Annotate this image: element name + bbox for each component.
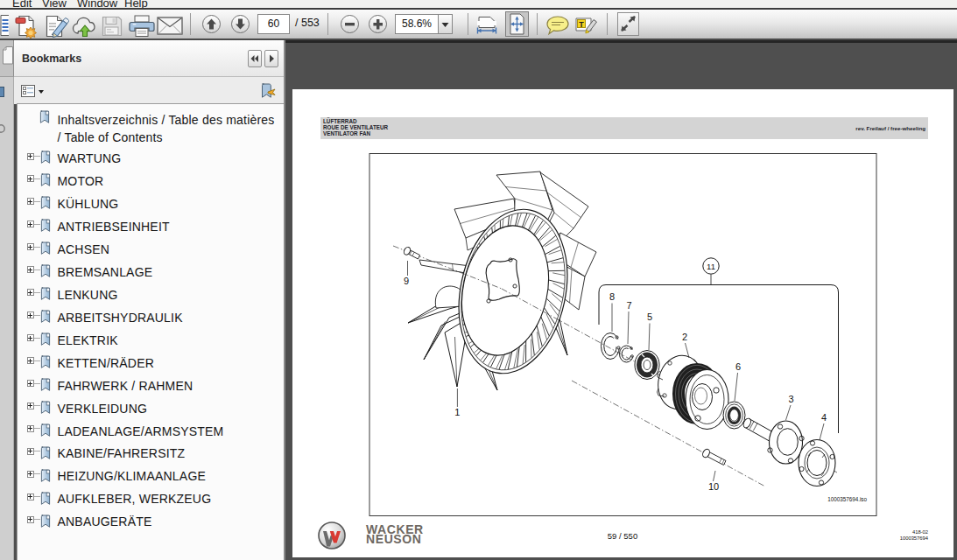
svg-text:11: 11 <box>707 262 715 271</box>
svg-text:10: 10 <box>708 481 719 492</box>
svg-text:1: 1 <box>454 407 460 417</box>
svg-text:5: 5 <box>647 312 652 322</box>
svg-text:T: T <box>579 20 584 29</box>
svg-text:8: 8 <box>609 291 615 302</box>
svg-text:3: 3 <box>788 394 793 404</box>
svg-text:7: 7 <box>626 300 631 311</box>
svg-text:9: 9 <box>404 276 409 286</box>
svg-text:1000357694.iso: 1000357694.iso <box>827 496 867 502</box>
svg-text:4: 4 <box>821 412 827 423</box>
svg-text:2: 2 <box>682 332 687 342</box>
svg-text:6: 6 <box>735 361 741 372</box>
